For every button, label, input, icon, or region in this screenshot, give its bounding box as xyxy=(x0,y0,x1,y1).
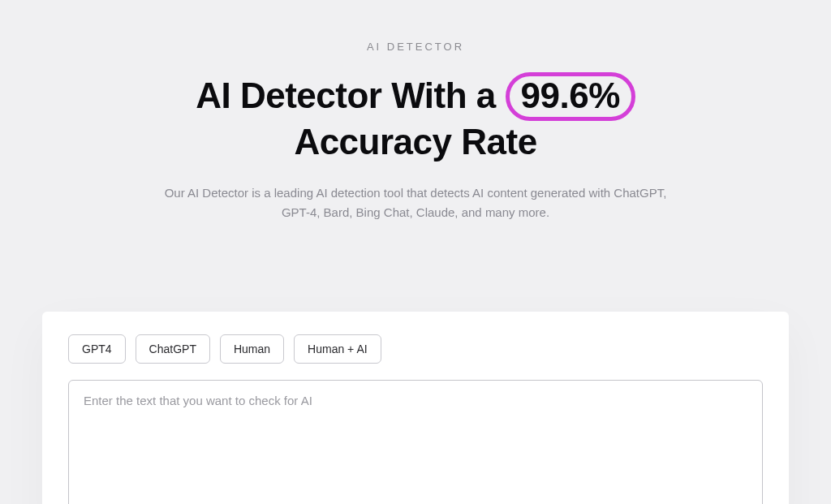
page-title: AI Detector With a 99.6% Accuracy Rate xyxy=(123,72,708,164)
eyebrow-label: AI DETECTOR xyxy=(0,41,831,53)
accuracy-highlight: 99.6% xyxy=(506,72,635,121)
sample-tabs: GPT4 ChatGPT Human Human + AI xyxy=(68,334,763,364)
tab-gpt4[interactable]: GPT4 xyxy=(68,334,126,364)
headline-pre: AI Detector With a xyxy=(196,75,505,115)
tab-human[interactable]: Human xyxy=(220,334,284,364)
hero-section: AI DETECTOR AI Detector With a 99.6% Acc… xyxy=(0,0,831,222)
detector-card: GPT4 ChatGPT Human Human + AI xyxy=(42,312,789,504)
headline-post: Accuracy Rate xyxy=(294,122,536,162)
tab-chatgpt[interactable]: ChatGPT xyxy=(136,334,210,364)
text-input[interactable] xyxy=(68,380,763,504)
hero-subtext: Our AI Detector is a leading AI detectio… xyxy=(164,183,667,222)
tab-human-plus-ai[interactable]: Human + AI xyxy=(294,334,381,364)
